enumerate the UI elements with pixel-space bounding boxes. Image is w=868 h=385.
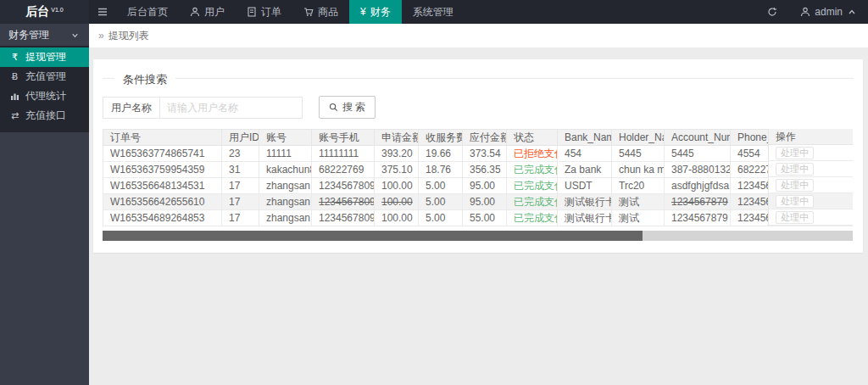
withdraw-list-card: 条件搜索 用户名称 搜 索 [93,59,863,253]
sidebar-section-label: 财务管理 [8,28,49,42]
col-operation-fixed: 操作 [769,129,853,145]
nav-item-finance[interactable]: ¥ 财务 [349,0,402,24]
cell-apply-amount: 100.00 [375,210,419,226]
cell-order-no: W165354689264853 [103,210,222,226]
cell-payable: 95.00 [463,194,507,210]
cell-bank-name: 测试银行卡 [558,194,612,210]
cell-user-id: 31 [222,162,259,178]
col-status: 状态 [507,130,558,146]
processing-button[interactable]: 处理中 [776,211,814,224]
table-row: W165363759954359 31 kakachun89 68222769 … [103,162,854,178]
nav-item-home[interactable]: 后台首页 [116,0,179,24]
nav-item-label: 系统管理 [413,5,453,20]
processing-button[interactable]: 处理中 [776,179,814,192]
cell-account: kakachun89 [259,162,312,178]
hamburger-icon[interactable] [89,0,116,24]
col-payable: 应付金额 [463,130,507,146]
cell-apply-amount: 375.10 [375,162,419,178]
admin-name: admin [815,6,843,18]
sidebar-item-recharge[interactable]: Ƀ 充值管理 [0,67,89,86]
app-logo: 后台 V1.0 [0,0,89,24]
cell-account: zhangsan [259,194,312,210]
sidebar-section-finance[interactable]: 财务管理 [0,24,89,46]
sidebar-item-recharge-api[interactable]: ⇄ 充值接口 [0,106,89,126]
status-badge: 已完成支付 [507,210,558,226]
cell-service-fee: 5.00 [419,178,463,194]
status-badge: 已完成支付 [507,178,558,194]
user-icon [190,7,200,17]
sidebar-item-agent-stats[interactable]: 代理统计 [0,86,89,106]
col-holder-name: Holder_Name [612,130,665,146]
user-icon [800,7,810,17]
operation-cell: 处理中 [769,209,853,226]
table-row: W165354689264853 17 zhangsan 12345678099… [103,210,854,226]
cell-account-phone: 12345678099 [312,210,375,226]
horizontal-scrollbar-thumb[interactable] [103,231,643,241]
operation-cell: 处理中 [769,177,853,193]
nav-item-users[interactable]: 用户 [179,0,236,24]
col-apply-amount: 申请金额 [375,130,419,146]
cell-holder-name: 5445 [612,146,665,162]
col-bank-name: Bank_Name [558,130,612,146]
nav-item-label: 财务 [370,5,391,20]
cell-order-no: W165363774865741 [103,146,222,162]
withdraw-table-wrap: 订单号 用户ID 账号 账号手机 申请金额 收服务费 应付金额 状态 Bank_… [103,129,853,241]
horizontal-scrollbar[interactable] [103,231,853,241]
cell-user-id: 17 [222,194,259,210]
nav-item-label: 用户 [204,5,225,20]
cell-account: zhangsan [259,178,312,194]
sidebar-item-label: 充值管理 [25,70,66,84]
processing-button[interactable]: 处理中 [776,147,814,159]
search-button[interactable]: 搜 索 [319,96,376,119]
chevron-up-icon [847,7,857,17]
table-row: W165356642655610 17 zhangsan 12345678099… [103,194,854,210]
withdraw-table: 订单号 用户ID 账号 账号手机 申请金额 收服务费 应付金额 状态 Bank_… [103,129,853,226]
cell-service-fee: 18.76 [419,162,463,178]
table-row: W165363774865741 23 11111 11111111 393.2… [103,146,854,162]
cell-account-number: asdfghjgfdsa... [665,178,731,194]
cell-account-number: 5445 [665,146,731,162]
cell-order-no: W165356648134531 [103,178,222,194]
cell-account: 11111 [259,146,312,162]
nav-item-system[interactable]: 系统管理 [402,0,465,24]
processing-button[interactable]: 处理中 [776,163,814,176]
breadcrumb-label: 提现列表 [108,29,149,43]
sidebar: 财务管理 ₹ 提现管理 Ƀ 充值管理 代理统计 ⇄ 充值接口 [0,24,89,385]
stats-icon [9,92,20,101]
cell-account-phone: 68222769 [312,162,375,178]
username-input[interactable] [160,97,303,119]
search-icon [329,103,338,112]
cell-bank-name: 454 [558,146,612,162]
refresh-icon[interactable] [755,0,789,24]
cell-holder-name: Trc20 [612,178,665,194]
cell-order-no: W165356642655610 [103,194,222,210]
chevron-down-icon [70,31,81,40]
cell-account-number: 1234567879 [665,194,731,210]
nav-item-goods[interactable]: 商品 [292,0,349,24]
table-header-row: 订单号 用户ID 账号 账号手机 申请金额 收服务费 应付金额 状态 Bank_… [103,130,854,146]
cell-service-fee: 5.00 [419,194,463,210]
nav-item-orders[interactable]: 订单 [236,0,292,24]
cell-user-id: 17 [222,210,259,226]
col-service-fee: 收服务费 [419,130,463,146]
col-order-no: 订单号 [103,130,222,146]
cell-bank-name: USDT [558,178,612,194]
admin-menu[interactable]: admin [789,0,868,24]
cell-account: zhangsan [259,210,312,226]
table-row: W165356648134531 17 zhangsan 12345678099… [103,178,854,194]
cell-holder-name: 测试 [612,210,665,226]
cell-holder-name: 测试 [612,194,665,210]
nav-item-label: 商品 [318,5,338,20]
cell-account-phone: 12345678099 [312,178,375,194]
cell-account-number: 387-8880132... [665,162,731,178]
sidebar-item-withdraw[interactable]: ₹ 提现管理 [0,47,89,67]
cell-account-phone: 11111111 [312,146,375,162]
search-legend: 条件搜索 [114,72,175,87]
username-field-label: 用户名称 [103,97,160,119]
processing-button[interactable]: 处理中 [776,195,814,208]
col-account: 账号 [259,130,312,146]
table-scroll-area[interactable]: 订单号 用户ID 账号 账号手机 申请金额 收服务费 应付金额 状态 Bank_… [103,129,853,226]
cell-payable: 55.00 [463,210,507,226]
breadcrumb-arrows-icon: » [98,30,104,42]
cell-holder-name: chun ka man [612,162,665,178]
